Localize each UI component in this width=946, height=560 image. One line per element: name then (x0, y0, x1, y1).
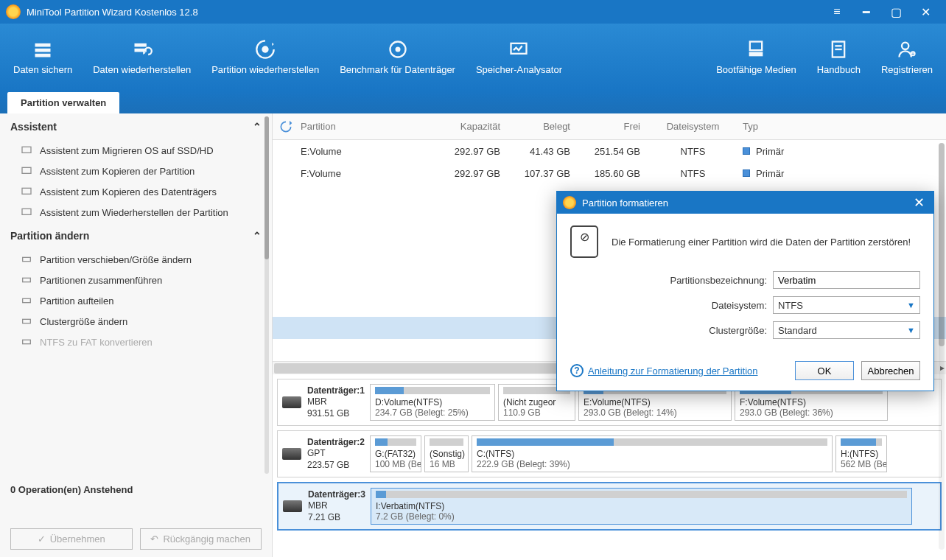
partition-chip[interactable]: H:(NTFS)562 MB (Bel (835, 435, 887, 472)
minimize-button[interactable]: ━ (852, 2, 881, 21)
svg-rect-1 (35, 48, 51, 52)
svg-rect-20 (22, 209, 31, 214)
main: Assistent ⌃ Assistent zum Migrieren OS a… (0, 113, 946, 557)
action-icon (21, 274, 32, 286)
action-icon (21, 315, 32, 327)
bootmedia-button[interactable]: Bootfähige Medien (706, 27, 806, 86)
sidebar-item[interactable]: Assistent zum Kopieren der Partition (0, 161, 272, 181)
disk-map-list: Datenträger:1MBR931.51 GBD:Volume(NTFS)2… (273, 374, 946, 539)
chevron-up-icon: ⌃ (253, 121, 262, 133)
wizard-icon (21, 186, 32, 197)
sidebar-group-change[interactable]: Partition ändern ⌃ (0, 223, 272, 249)
svg-rect-17 (22, 147, 31, 153)
wizard-icon (21, 206, 32, 218)
apply-button[interactable]: ✓Übernehmen (10, 528, 133, 550)
toolbar: Daten sichern Daten wiederherstellen Par… (0, 24, 946, 90)
svg-rect-0 (35, 43, 51, 46)
menu-icon[interactable]: ≡ (822, 2, 852, 21)
analyzer-button[interactable]: Speicher-Analysator (466, 27, 572, 86)
disk-info: Datenträger:3MBR7.21 GB (283, 488, 368, 525)
wizard-icon (21, 144, 32, 156)
restore-icon (132, 39, 153, 60)
window-buttons: ≡ ━ ▢ ✕ (822, 2, 940, 21)
partition-chip[interactable]: G:(FAT32)100 MB (Bel (370, 435, 421, 472)
svg-rect-9 (750, 41, 762, 50)
sidebar-item[interactable]: Assistent zum Migrieren OS auf SSD/HD (0, 140, 272, 161)
sidebar-item[interactable]: Partition verschieben/Größe ändern (0, 249, 272, 270)
select-cluster-size[interactable]: Standard▼ (773, 321, 920, 339)
svg-rect-25 (23, 340, 31, 343)
svg-rect-23 (23, 298, 31, 302)
dialog-title: Partition formatieren (582, 197, 911, 209)
sidebar: Assistent ⌃ Assistent zum Migrieren OS a… (0, 113, 273, 557)
disk-card[interactable]: Datenträger:3MBR7.21 GBI:Verbatim(NTFS)7… (277, 482, 942, 531)
label-cluster: Clustergröße: (709, 325, 767, 336)
chevron-up-icon: ⌃ (253, 230, 262, 242)
wizard-icon (21, 165, 32, 177)
backup-button[interactable]: Daten sichern (3, 27, 83, 86)
svg-point-7 (395, 46, 400, 52)
register-icon: + (897, 39, 917, 60)
help-link[interactable]: ? Anleitung zur Formatierung der Partiti… (570, 364, 758, 377)
partition-chip[interactable]: C:(NTFS)222.9 GB (Belegt: 39%) (472, 435, 833, 472)
input-partition-name[interactable] (773, 271, 920, 289)
benchmark-icon (388, 39, 408, 60)
select-filesystem[interactable]: NTFS▼ (773, 296, 920, 314)
partition-table-header: Partition Kapazität Belegt Frei Dateisys… (273, 113, 946, 140)
svg-rect-2 (35, 53, 51, 57)
label-partition-name: Partitionsbezeichnung: (670, 275, 767, 286)
svg-point-5 (262, 46, 269, 52)
tab-manage-partition[interactable]: Partition verwalten (7, 92, 119, 113)
analyzer-icon (508, 39, 529, 60)
sidebar-item[interactable]: Clustergröße ändern (0, 311, 272, 332)
action-icon (21, 336, 32, 348)
svg-point-14 (902, 42, 908, 49)
sidebar-item[interactable]: Assistent zum Kopieren des Datenträgers (0, 181, 272, 202)
partition-chip[interactable]: I:Verbatim(NTFS)7.2 GB (Belegt: 0%) (371, 488, 912, 525)
sidebar-item[interactable]: Partition aufteilen (0, 290, 272, 311)
partition-chip[interactable]: (Sonstig)16 MB (424, 435, 469, 472)
cancel-button[interactable]: Abbrechen (861, 361, 920, 380)
svg-rect-24 (23, 319, 31, 323)
manual-button[interactable]: Handbuch (807, 27, 871, 86)
partition-recover-icon (255, 39, 276, 60)
disk-card[interactable]: Datenträger:2GPT223.57 GBG:(FAT32)100 MB… (277, 430, 942, 477)
format-partition-dialog: Partition formatieren ✕ Die Formatierung… (556, 191, 934, 391)
undo-button[interactable]: ↶Rückgängig machen (140, 528, 262, 550)
action-icon (21, 253, 32, 265)
svg-rect-21 (23, 257, 31, 261)
close-button[interactable]: ✕ (911, 2, 940, 21)
ok-button[interactable]: OK (795, 361, 854, 380)
chevron-down-icon: ▼ (907, 326, 915, 335)
benchmark-button[interactable]: Benchmark für Datenträger (329, 27, 466, 86)
help-icon: ? (570, 364, 584, 377)
sidebar-footer: ✓Übernehmen ↶Rückgängig machen (0, 521, 272, 557)
label-filesystem: Dateisystem: (712, 300, 767, 311)
tab-strip: Partition verwalten (0, 90, 946, 113)
sidebar-item[interactable]: Partitionen zusammenführen (0, 270, 272, 290)
svg-rect-18 (22, 167, 31, 173)
svg-rect-10 (749, 52, 763, 56)
restore-button[interactable]: Daten wiederherstellen (83, 27, 201, 86)
sidebar-item[interactable]: NTFS zu FAT konvertieren (0, 332, 272, 352)
content-vscroll[interactable] (939, 143, 945, 550)
svg-rect-19 (22, 188, 31, 194)
warning-text: Die Formatierung einer Partition wird di… (612, 237, 911, 248)
table-row[interactable]: E:Volume292.97 GB41.43 GB251.54 GBNTFSPr… (273, 140, 946, 162)
maximize-button[interactable]: ▢ (881, 2, 911, 21)
sidebar-scrollbar[interactable] (264, 116, 269, 474)
refresh-icon[interactable] (278, 119, 293, 134)
dialog-titlebar[interactable]: Partition formatieren ✕ (557, 192, 933, 214)
disk-info: Datenträger:1MBR931.51 GB (282, 384, 367, 421)
sidebar-item[interactable]: Assistent zum Wiederherstellen der Parti… (0, 202, 272, 223)
dialog-close-button[interactable]: ✕ (911, 195, 928, 211)
sidebar-group-assistant[interactable]: Assistent ⌃ (0, 113, 272, 140)
partition-chip[interactable]: D:Volume(NTFS)234.7 GB (Belegt: 25%) (370, 384, 495, 421)
manual-icon (828, 39, 849, 60)
partition-recover-button[interactable]: Partition wiederherstellen (201, 27, 329, 86)
chevron-down-icon: ▼ (907, 301, 915, 309)
register-button[interactable]: + Registrieren (871, 27, 943, 86)
app-title: MiniTool Partition Wizard Kostenlos 12.8 (27, 7, 822, 18)
svg-text:+: + (911, 52, 914, 57)
table-row[interactable]: F:Volume292.97 GB107.37 GB185.60 GBNTFSP… (273, 162, 946, 184)
